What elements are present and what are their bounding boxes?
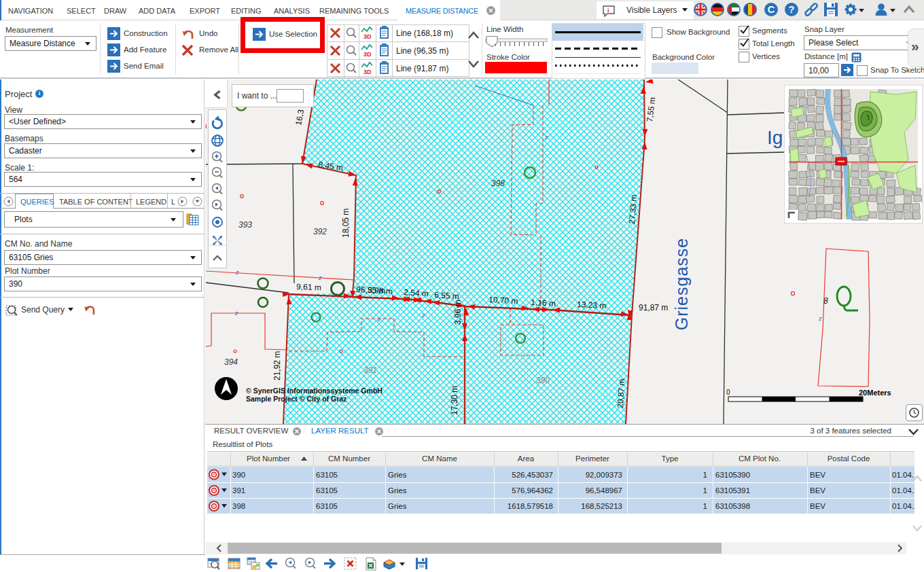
svg-text:z: z <box>544 134 548 141</box>
svg-text:Perimeter: Perimeter <box>575 454 609 463</box>
svg-text:13,23 m: 13,23 m <box>577 300 607 310</box>
svg-text:Line (91,87 m): Line (91,87 m) <box>396 64 448 73</box>
svg-text:z: z <box>421 312 425 319</box>
svg-text:10,70 m: 10,70 m <box>488 295 518 306</box>
svg-text:z: z <box>318 274 322 281</box>
svg-text:BEV: BEV <box>810 471 825 479</box>
svg-text:526,453037: 526,453037 <box>512 471 553 479</box>
svg-text:63105: 63105 <box>316 486 338 495</box>
svg-text:63105390: 63105390 <box>715 471 750 479</box>
svg-text:Area: Area <box>518 454 535 463</box>
svg-text:398: 398 <box>491 179 505 188</box>
svg-text:63105391: 63105391 <box>715 486 750 495</box>
svg-text:16,3: 16,3 <box>294 109 306 126</box>
svg-text:Griesgasse: Griesgasse <box>672 238 691 330</box>
svg-text:392: 392 <box>313 227 327 236</box>
svg-text:576,964362: 576,964362 <box>512 486 553 495</box>
svg-text:Ig: Ig <box>767 127 783 148</box>
svg-text:3D: 3D <box>363 33 372 40</box>
svg-text:Gries: Gries <box>388 486 407 495</box>
svg-text:17,30 m: 17,30 m <box>450 386 459 415</box>
svg-text:7,55 m: 7,55 m <box>645 96 657 122</box>
svg-text:8: 8 <box>823 296 828 306</box>
svg-text:z: z <box>234 310 238 317</box>
svg-text:CM Number: CM Number <box>328 454 370 463</box>
svg-text:398: 398 <box>232 502 245 510</box>
svg-text:z: z <box>377 316 381 323</box>
svg-text:?: ? <box>789 4 795 15</box>
svg-text:Type: Type <box>662 454 679 463</box>
svg-text:20Meters: 20Meters <box>859 389 891 397</box>
svg-text:CM Name: CM Name <box>422 454 457 463</box>
svg-text:Sample Project © City of Graz: Sample Project © City of Graz <box>246 395 346 403</box>
svg-text:5,98 m: 5,98 m <box>368 285 393 296</box>
svg-text:91,87 m: 91,87 m <box>639 303 668 312</box>
svg-text:20,87 m: 20,87 m <box>616 378 626 408</box>
svg-text:1,16 m: 1,16 m <box>531 298 556 308</box>
svg-text:63105: 63105 <box>316 502 338 510</box>
svg-text:z: z <box>235 269 239 276</box>
svg-text:6,55 m: 6,55 m <box>434 290 460 302</box>
svg-text:1: 1 <box>703 471 707 479</box>
svg-text:1: 1 <box>703 486 707 495</box>
svg-text:92,009373: 92,009373 <box>586 471 622 479</box>
svg-text:BEV: BEV <box>810 502 825 510</box>
svg-text:CM Plot No.: CM Plot No. <box>739 454 781 463</box>
svg-text:1618,579518: 1618,579518 <box>508 502 553 510</box>
svg-text:© SynerGIS Informationssysteme: © SynerGIS Informationssysteme GmbH <box>246 387 383 395</box>
svg-text:Plot Number: Plot Number <box>247 454 290 463</box>
svg-text:1: 1 <box>703 502 707 510</box>
svg-text:Postal Code: Postal Code <box>828 454 870 463</box>
svg-text:Gries: Gries <box>388 502 407 510</box>
svg-text:Line (96,35 m): Line (96,35 m) <box>396 46 448 56</box>
svg-text:63105: 63105 <box>316 471 338 479</box>
svg-text:9,61 m: 9,61 m <box>296 282 321 292</box>
svg-text:390: 390 <box>536 376 550 385</box>
svg-text:168,525213: 168,525213 <box>581 502 622 510</box>
svg-text:394: 394 <box>224 357 238 367</box>
svg-text:63105398: 63105398 <box>715 502 750 510</box>
svg-text:z: z <box>818 315 822 322</box>
svg-text:18,05 m: 18,05 m <box>341 209 351 238</box>
svg-text:391: 391 <box>232 486 245 495</box>
svg-text:393: 393 <box>238 220 252 230</box>
svg-text:BEV: BEV <box>810 486 825 495</box>
svg-text:2,54 m: 2,54 m <box>404 287 429 299</box>
svg-text:96,548967: 96,548967 <box>586 486 622 495</box>
svg-text:391: 391 <box>363 365 377 375</box>
svg-text:390: 390 <box>232 471 245 479</box>
svg-text:0: 0 <box>726 389 730 396</box>
svg-text:3,96 m: 3,96 m <box>453 300 463 325</box>
svg-text:21,92 m: 21,92 m <box>272 351 282 380</box>
svg-text:C: C <box>768 4 775 15</box>
svg-text:Line (168,18 m): Line (168,18 m) <box>396 29 453 38</box>
svg-text:Gries: Gries <box>388 471 407 479</box>
